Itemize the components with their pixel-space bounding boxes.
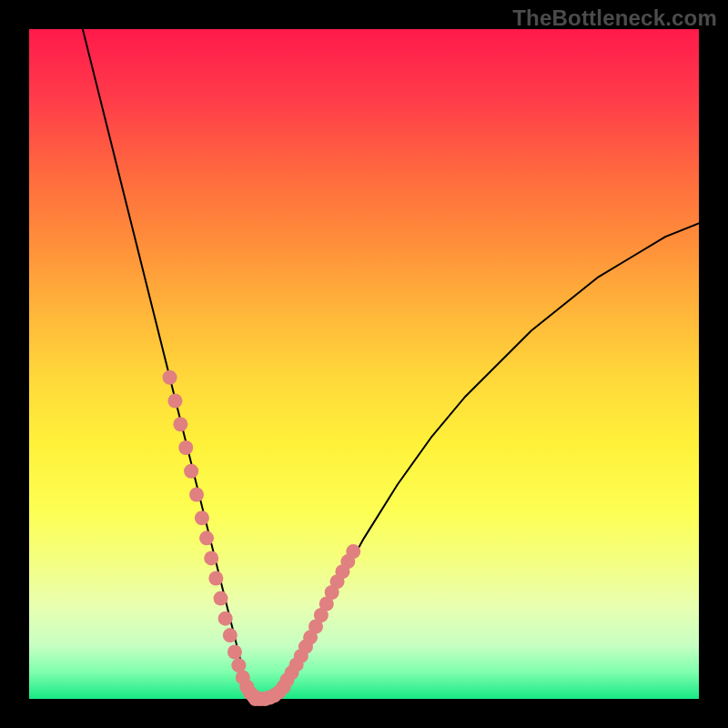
data-point [184,464,198,479]
data-point [346,544,360,559]
data-points [163,370,361,706]
data-point [195,511,209,525]
data-point [208,571,223,586]
data-point [167,393,182,408]
chart-svg [29,29,699,699]
data-point [163,370,177,385]
data-point [204,551,218,565]
data-point [218,612,233,626]
data-point [199,531,214,545]
plot-area [29,29,699,699]
bottleneck-curve [83,29,699,699]
data-point [178,440,193,455]
chart-frame: TheBottleneck.com [0,0,728,728]
data-point [228,644,242,659]
data-point [173,417,187,431]
data-point [189,488,204,502]
data-point [214,592,228,606]
watermark-text: TheBottleneck.com [512,5,717,31]
data-point [223,628,238,642]
